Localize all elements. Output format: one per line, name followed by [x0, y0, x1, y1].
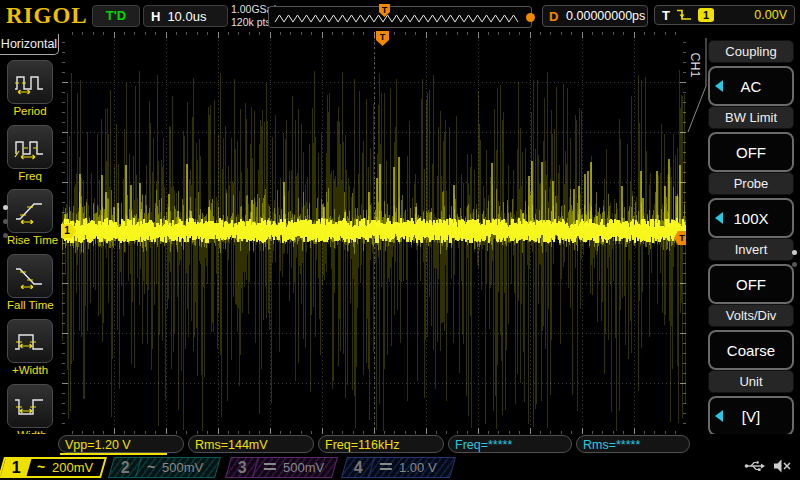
delay-box: D 0.00000000ps [542, 5, 648, 27]
channel-4-tab[interactable]: 4 1.00 V [341, 457, 456, 478]
preview-zigzag-icon [273, 9, 525, 25]
left-menu-title: Horizontal [0, 34, 59, 55]
volts-div-value[interactable]: Coarse [708, 330, 794, 370]
measurement-freq[interactable]: Freq=116kHz [318, 435, 444, 453]
channel-2-tab[interactable]: 2 500mV [108, 457, 221, 478]
ac-coupling-icon [37, 460, 45, 475]
top-status-bar: RIGOL T'D H 10.0us 1.00GSa/s 120k pts T … [0, 0, 800, 32]
menu-item-minus-width[interactable]: -Width [7, 384, 53, 441]
measurement-rms2[interactable]: Rms=***** [576, 435, 690, 453]
trigger-source-badge: 1 [698, 8, 714, 22]
trigger-level-value: 0.00V [754, 8, 787, 22]
submenu-arrow-icon [715, 410, 723, 422]
channel-status-bar: 1 200mV 2 500mV 3 500mV 4 1.00 V [0, 456, 800, 480]
menu-item-invert[interactable]: Invert OFF [708, 238, 794, 304]
invert-value[interactable]: OFF [708, 264, 794, 304]
graticule: T T 1 [62, 32, 686, 434]
plus-width-icon [12, 328, 48, 354]
dc-coupling-icon [380, 463, 392, 473]
right-menu-ch1: CH1 Coupling AC BW Limit OFF Probe 100X [686, 32, 800, 456]
submenu-arrow-icon [715, 80, 723, 92]
preview-trigger-level-dot-icon [526, 13, 535, 22]
submenu-arrow-icon [715, 212, 723, 224]
trigger-box: T 1 0.00V [654, 5, 795, 25]
bw-limit-value[interactable]: OFF [708, 132, 794, 172]
delay-label: D [543, 9, 564, 24]
rise-time-icon [12, 198, 48, 224]
timebase-value: 10.0us [167, 9, 206, 24]
falling-edge-icon [675, 8, 693, 22]
menu-item-unit[interactable]: Unit [V] [708, 370, 794, 436]
menu-item-freq[interactable]: Freq [7, 125, 53, 182]
left-menu-horizontal: Horizontal Period Freq [0, 32, 60, 456]
trigger-label: T [662, 8, 670, 23]
channel-3-tab[interactable]: 3 500mV [225, 457, 338, 478]
oscilloscope-screen: RIGOL T'D H 10.0us 1.00GSa/s 120k pts T … [0, 0, 800, 480]
system-status-icons [744, 458, 792, 474]
measurement-rms[interactable]: Rms=144mV [188, 435, 314, 453]
menu-item-rise-time[interactable]: Rise Time [7, 189, 53, 246]
fall-time-icon [12, 263, 48, 289]
menu-item-volts-div[interactable]: Volts/Div Coarse [708, 304, 794, 370]
measurement-row: Vpp=1.20 V Rms=144mV Freq=116kHz Freq=**… [0, 434, 800, 456]
channel-tab-outline [686, 36, 710, 156]
minus-width-icon [12, 393, 48, 419]
menu-item-period[interactable]: Period [7, 60, 53, 117]
channel1-waveform [62, 32, 686, 434]
rigol-logo: RIGOL [6, 3, 88, 29]
menu-item-plus-width[interactable]: +Width [7, 319, 53, 376]
freq-icon [12, 134, 48, 160]
horizontal-label: H [144, 9, 167, 24]
ac-coupling-icon [147, 460, 155, 475]
usb-icon [744, 458, 766, 474]
probe-value[interactable]: 100X [708, 198, 794, 238]
timebase-box: H 10.0us [143, 5, 228, 27]
channel-1-tab[interactable]: 1 200mV [0, 457, 107, 478]
coupling-value[interactable]: AC [708, 66, 794, 106]
speaker-muted-icon [772, 458, 792, 474]
menu-item-bw-limit[interactable]: BW Limit OFF [708, 106, 794, 172]
dc-coupling-icon [264, 463, 276, 473]
menu-item-fall-time[interactable]: Fall Time [7, 254, 53, 311]
right-menu-page-indicator [792, 243, 797, 274]
waveform-preview-bar[interactable]: T [268, 6, 532, 28]
period-icon [12, 69, 48, 95]
menu-item-probe[interactable]: Probe 100X [708, 172, 794, 238]
measurement-freq2[interactable]: Freq=***** [448, 435, 572, 453]
left-menu-page-indicator [3, 196, 8, 247]
unit-value[interactable]: [V] [708, 396, 794, 436]
measurement-vpp[interactable]: Vpp=1.20 V [58, 435, 184, 453]
menu-item-coupling[interactable]: Coupling AC [708, 40, 794, 106]
delay-value: 0.00000000ps [564, 9, 647, 23]
trigger-status-badge: T'D [92, 5, 140, 27]
